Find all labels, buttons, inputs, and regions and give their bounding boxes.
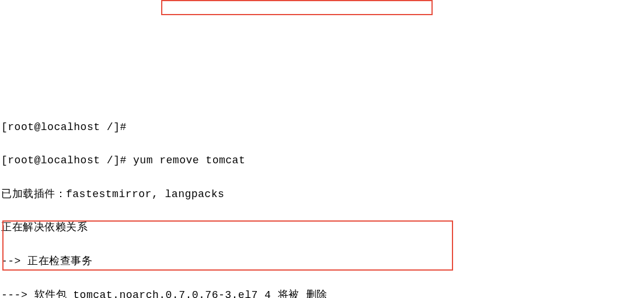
output-checking-trans: --> 正在检查事务 bbox=[1, 253, 643, 270]
shell-prompt: [root@localhost /]# bbox=[1, 155, 133, 166]
output-loaded-plugins: 已加载插件：fastestmirror, langpacks bbox=[1, 186, 643, 203]
output-resolving-deps: 正在解决依赖关系 bbox=[1, 219, 643, 236]
highlight-box-command bbox=[161, 0, 433, 15]
command-text: yum remove tomcat bbox=[133, 155, 245, 166]
command-line[interactable]: [root@localhost /]# yum remove tomcat bbox=[1, 152, 643, 169]
output-package-info: ---> 软件包 tomcat.noarch.0.7.0.76-3.el7_4 … bbox=[1, 287, 643, 298]
prompt-line-partial: [root@localhost /]# bbox=[1, 119, 643, 136]
